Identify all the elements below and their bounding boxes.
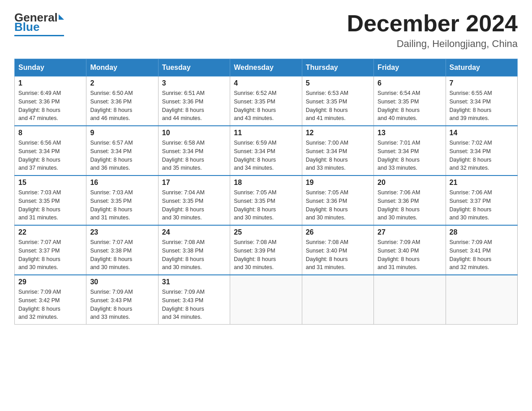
logo-blue-text: Blue [14,20,39,34]
day-info: Sunrise: 6:54 AMSunset: 3:35 PMDaylight:… [378,89,442,123]
calendar-row: 29Sunrise: 7:09 AMSunset: 3:42 PMDayligh… [15,275,518,325]
day-info: Sunrise: 6:51 AMSunset: 3:36 PMDaylight:… [162,89,226,123]
day-info: Sunrise: 6:57 AMSunset: 3:34 PMDaylight:… [90,139,154,172]
logo-underline [14,35,64,36]
day-info: Sunrise: 7:09 AMSunset: 3:43 PMDaylight:… [162,288,226,321]
table-row: 25Sunrise: 7:08 AMSunset: 3:39 PMDayligh… [230,225,302,275]
table-row: 2Sunrise: 6:50 AMSunset: 3:36 PMDaylight… [86,77,158,126]
day-number: 18 [234,179,298,187]
day-number: 8 [18,129,82,137]
day-info: Sunrise: 7:07 AMSunset: 3:37 PMDaylight:… [18,238,82,272]
day-number: 1 [18,79,82,87]
table-row [302,275,373,325]
day-info: Sunrise: 7:09 AMSunset: 3:42 PMDaylight:… [18,288,82,321]
table-row: 24Sunrise: 7:08 AMSunset: 3:38 PMDayligh… [158,225,230,275]
day-info: Sunrise: 7:09 AMSunset: 3:43 PMDaylight:… [90,288,154,321]
day-number: 3 [162,79,226,87]
day-number: 2 [90,79,154,87]
calendar-row: 8Sunrise: 6:56 AMSunset: 3:34 PMDaylight… [15,126,518,176]
day-info: Sunrise: 6:50 AMSunset: 3:36 PMDaylight:… [90,89,154,123]
table-row: 7Sunrise: 6:55 AMSunset: 3:34 PMDaylight… [446,77,517,126]
day-info: Sunrise: 7:00 AMSunset: 3:34 PMDaylight:… [306,139,370,172]
main-title: December 2024 [347,11,518,36]
page-header: General Blue December 2024 Dailing, Heil… [14,11,518,50]
day-number: 17 [162,179,226,187]
table-row: 3Sunrise: 6:51 AMSunset: 3:36 PMDaylight… [158,77,230,126]
day-info: Sunrise: 7:08 AMSunset: 3:39 PMDaylight:… [234,238,298,272]
table-row: 22Sunrise: 7:07 AMSunset: 3:37 PMDayligh… [15,225,86,275]
day-number: 25 [234,228,298,236]
day-number: 15 [18,179,82,187]
calendar-row: 1Sunrise: 6:49 AMSunset: 3:36 PMDaylight… [15,77,518,126]
table-row [446,275,517,325]
calendar-table: Sunday Monday Tuesday Wednesday Thursday… [14,59,518,325]
day-info: Sunrise: 7:08 AMSunset: 3:38 PMDaylight:… [162,238,226,272]
day-info: Sunrise: 7:06 AMSunset: 3:36 PMDaylight:… [378,188,442,222]
day-info: Sunrise: 6:56 AMSunset: 3:34 PMDaylight:… [18,139,82,172]
table-row [230,275,302,325]
day-info: Sunrise: 6:49 AMSunset: 3:36 PMDaylight:… [18,89,82,123]
day-number: 14 [450,129,514,137]
table-row: 6Sunrise: 6:54 AMSunset: 3:35 PMDaylight… [374,77,446,126]
table-row: 5Sunrise: 6:53 AMSunset: 3:35 PMDaylight… [302,77,373,126]
day-number: 24 [162,228,226,236]
day-info: Sunrise: 7:01 AMSunset: 3:34 PMDaylight:… [378,139,442,172]
day-number: 22 [18,228,82,236]
calendar-row: 15Sunrise: 7:03 AMSunset: 3:35 PMDayligh… [15,176,518,225]
table-row: 17Sunrise: 7:04 AMSunset: 3:35 PMDayligh… [158,176,230,225]
day-info: Sunrise: 7:09 AMSunset: 3:41 PMDaylight:… [450,238,514,272]
day-info: Sunrise: 7:03 AMSunset: 3:35 PMDaylight:… [90,188,154,222]
day-info: Sunrise: 7:06 AMSunset: 3:37 PMDaylight:… [450,188,514,222]
day-number: 21 [450,179,514,187]
day-info: Sunrise: 7:05 AMSunset: 3:36 PMDaylight:… [306,188,370,222]
day-number: 30 [90,278,154,286]
table-row: 31Sunrise: 7:09 AMSunset: 3:43 PMDayligh… [158,275,230,325]
table-row: 13Sunrise: 7:01 AMSunset: 3:34 PMDayligh… [374,126,446,176]
day-info: Sunrise: 7:08 AMSunset: 3:40 PMDaylight:… [306,238,370,272]
table-row: 12Sunrise: 7:00 AMSunset: 3:34 PMDayligh… [302,126,373,176]
table-row: 28Sunrise: 7:09 AMSunset: 3:41 PMDayligh… [446,225,517,275]
table-row: 15Sunrise: 7:03 AMSunset: 3:35 PMDayligh… [15,176,86,225]
day-number: 27 [378,228,442,236]
day-info: Sunrise: 7:05 AMSunset: 3:35 PMDaylight:… [234,188,298,222]
subtitle: Dailing, Heilongjiang, China [347,38,518,50]
day-number: 19 [306,179,370,187]
table-row: 8Sunrise: 6:56 AMSunset: 3:34 PMDaylight… [15,126,86,176]
day-number: 6 [378,79,442,87]
day-number: 5 [306,79,370,87]
day-number: 13 [378,129,442,137]
logo: General Blue [14,11,64,36]
table-row: 16Sunrise: 7:03 AMSunset: 3:35 PMDayligh… [86,176,158,225]
day-number: 16 [90,179,154,187]
day-number: 23 [90,228,154,236]
table-row: 9Sunrise: 6:57 AMSunset: 3:34 PMDaylight… [86,126,158,176]
day-number: 29 [18,278,82,286]
table-row: 29Sunrise: 7:09 AMSunset: 3:42 PMDayligh… [15,275,86,325]
day-info: Sunrise: 7:02 AMSunset: 3:34 PMDaylight:… [450,139,514,172]
table-row: 21Sunrise: 7:06 AMSunset: 3:37 PMDayligh… [446,176,517,225]
day-number: 26 [306,228,370,236]
day-info: Sunrise: 6:59 AMSunset: 3:34 PMDaylight:… [234,139,298,172]
day-number: 28 [450,228,514,236]
title-block: December 2024 Dailing, Heilongjiang, Chi… [347,11,518,50]
table-row: 19Sunrise: 7:05 AMSunset: 3:36 PMDayligh… [302,176,373,225]
day-info: Sunrise: 6:53 AMSunset: 3:35 PMDaylight:… [306,89,370,123]
table-row: 18Sunrise: 7:05 AMSunset: 3:35 PMDayligh… [230,176,302,225]
day-info: Sunrise: 6:58 AMSunset: 3:34 PMDaylight:… [162,139,226,172]
header-monday: Monday [86,59,158,77]
table-row: 27Sunrise: 7:09 AMSunset: 3:40 PMDayligh… [374,225,446,275]
table-row: 14Sunrise: 7:02 AMSunset: 3:34 PMDayligh… [446,126,517,176]
header-sunday: Sunday [15,59,86,77]
day-number: 10 [162,129,226,137]
table-row [374,275,446,325]
day-info: Sunrise: 7:04 AMSunset: 3:35 PMDaylight:… [162,188,226,222]
table-row: 26Sunrise: 7:08 AMSunset: 3:40 PMDayligh… [302,225,373,275]
day-info: Sunrise: 6:55 AMSunset: 3:34 PMDaylight:… [450,89,514,123]
table-row: 10Sunrise: 6:58 AMSunset: 3:34 PMDayligh… [158,126,230,176]
day-info: Sunrise: 6:52 AMSunset: 3:35 PMDaylight:… [234,89,298,123]
header-saturday: Saturday [446,59,517,77]
table-row: 4Sunrise: 6:52 AMSunset: 3:35 PMDaylight… [230,77,302,126]
calendar-row: 22Sunrise: 7:07 AMSunset: 3:37 PMDayligh… [15,225,518,275]
table-row: 30Sunrise: 7:09 AMSunset: 3:43 PMDayligh… [86,275,158,325]
day-info: Sunrise: 7:03 AMSunset: 3:35 PMDaylight:… [18,188,82,222]
